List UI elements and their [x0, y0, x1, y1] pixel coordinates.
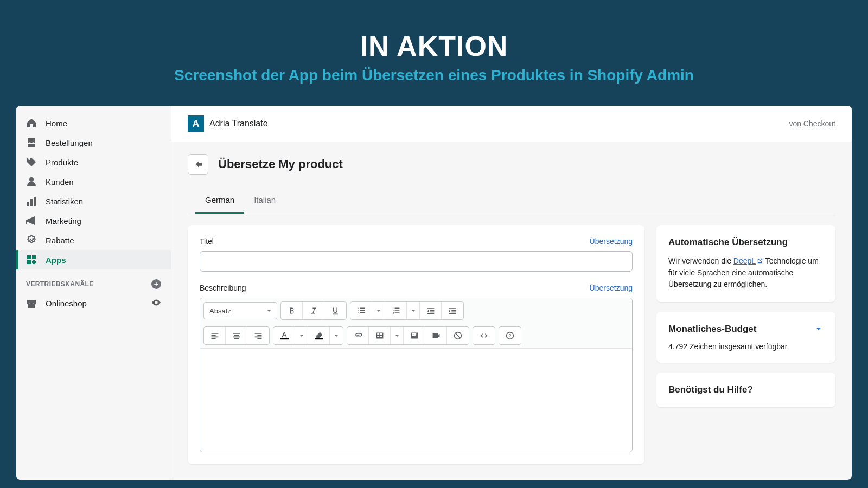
indent-button[interactable]	[442, 302, 463, 319]
chevron-down-icon	[814, 324, 824, 334]
nav-label: Produkte	[46, 158, 78, 167]
channels-header: VERTRIEBSKANÄLE +	[16, 269, 171, 293]
person-icon	[26, 176, 37, 187]
bold-button[interactable]	[281, 302, 303, 319]
rte-content[interactable]	[200, 349, 632, 452]
nav-label: Marketing	[46, 216, 81, 226]
description-field-label: Beschreibung	[200, 284, 246, 292]
store-icon	[26, 298, 37, 309]
bg-color-button[interactable]	[308, 327, 330, 344]
svg-rect-1	[315, 338, 323, 339]
auto-translation-title: Automatische Übersetzung	[668, 237, 824, 248]
arrow-left-icon	[193, 159, 203, 169]
budget-text: 4.792 Zeichen insgesamt verfügbar	[668, 342, 824, 351]
rte-toolbar: Absatz	[200, 298, 632, 349]
nav-analytics[interactable]: Statistiken	[16, 191, 171, 211]
home-icon	[26, 118, 37, 129]
add-channel-button[interactable]: +	[151, 279, 161, 289]
view-icon[interactable]	[151, 298, 161, 309]
nav-label: Home	[46, 119, 67, 128]
translate-title-link[interactable]: Übersetzung	[590, 237, 633, 246]
nav-apps[interactable]: Apps	[16, 250, 171, 269]
external-link-icon	[757, 256, 763, 267]
nav-home[interactable]: Home	[16, 113, 171, 133]
align-center-button[interactable]	[226, 327, 247, 344]
deepl-link[interactable]: DeepL	[733, 256, 763, 265]
megaphone-icon	[26, 215, 37, 226]
ul-button[interactable]	[350, 302, 372, 319]
svg-rect-0	[280, 338, 289, 339]
link-button[interactable]	[347, 327, 369, 344]
apps-icon	[26, 254, 37, 265]
help-title: Benötigst du Hilfe?	[668, 384, 824, 395]
back-button[interactable]	[188, 154, 208, 175]
help-card: Benötigst du Hilfe?	[656, 373, 835, 407]
app-from: von Checkout	[789, 119, 835, 128]
app-window: Home Bestellungen Produkte Kunden Statis…	[16, 106, 852, 480]
orders-icon	[26, 137, 37, 148]
hero-title: IN AKTION	[0, 30, 868, 62]
text-color-button[interactable]	[273, 327, 295, 344]
text-color-dropdown[interactable]	[295, 327, 308, 344]
underline-button[interactable]	[324, 302, 346, 319]
image-button[interactable]	[404, 327, 425, 344]
page-title: Übersetze My product	[218, 157, 343, 171]
rich-text-editor: Absatz	[200, 298, 633, 452]
align-right-button[interactable]	[247, 327, 269, 344]
bg-color-dropdown[interactable]	[330, 327, 343, 344]
app-header: A Adria Translate von Checkout	[171, 106, 852, 142]
auto-translation-card: Automatische Übersetzung Wir verwenden d…	[656, 225, 835, 302]
chart-icon	[26, 196, 37, 207]
tag-icon	[26, 157, 37, 168]
nav-orders[interactable]: Bestellungen	[16, 133, 171, 152]
budget-toggle[interactable]: Monatliches-Budget	[668, 324, 824, 335]
hero-subtitle: Screenshot der App beim Übersetzen eines…	[0, 67, 868, 84]
ul-dropdown[interactable]	[372, 302, 385, 319]
svg-text:?: ?	[509, 333, 512, 338]
nav-label: Statistiken	[46, 197, 83, 206]
translate-description-link[interactable]: Übersetzung	[590, 284, 633, 292]
nav-label: Kunden	[46, 177, 74, 187]
italic-button[interactable]	[303, 302, 324, 319]
hero-banner: IN AKTION Screenshot der App beim Überse…	[0, 0, 868, 106]
channel-label: Onlineshop	[46, 299, 87, 308]
nav-label: Rabatte	[46, 236, 74, 245]
nav-marketing[interactable]: Marketing	[16, 211, 171, 230]
title-input[interactable]	[200, 251, 633, 272]
app-logo: A	[188, 115, 204, 132]
translation-form-card: Titel Übersetzung Beschreibung Übersetzu…	[188, 225, 644, 464]
main-content: A Adria Translate von Checkout Übersetze…	[171, 106, 852, 480]
format-select[interactable]: Absatz	[203, 302, 277, 319]
nav-products[interactable]: Produkte	[16, 152, 171, 172]
nav-customers[interactable]: Kunden	[16, 172, 171, 191]
nav-discounts[interactable]: Rabatte	[16, 230, 171, 250]
ol-dropdown[interactable]	[407, 302, 420, 319]
code-view-button[interactable]	[473, 327, 495, 344]
discount-icon	[26, 235, 37, 246]
sidebar: Home Bestellungen Produkte Kunden Statis…	[16, 106, 171, 480]
tab-german[interactable]: German	[195, 188, 244, 214]
clear-format-button[interactable]	[447, 327, 469, 344]
outdent-button[interactable]	[420, 302, 442, 319]
nav-label: Apps	[46, 255, 66, 265]
language-tabs: German Italian	[188, 188, 835, 214]
video-button[interactable]	[425, 327, 447, 344]
table-button[interactable]	[369, 327, 391, 344]
table-dropdown[interactable]	[391, 327, 404, 344]
budget-card: Monatliches-Budget 4.792 Zeichen insgesa…	[656, 312, 835, 363]
app-name: Adria Translate	[209, 119, 268, 129]
auto-translation-text: Wir verwenden die DeepL Technologie um f…	[668, 255, 824, 290]
channel-onlineshop[interactable]: Onlineshop	[16, 293, 171, 313]
align-left-button[interactable]	[204, 327, 226, 344]
ol-button[interactable]	[385, 302, 407, 319]
nav-label: Bestellungen	[46, 138, 93, 147]
title-field-label: Titel	[200, 237, 214, 246]
tab-italian[interactable]: Italian	[244, 188, 285, 214]
help-button[interactable]: ?	[499, 327, 521, 344]
